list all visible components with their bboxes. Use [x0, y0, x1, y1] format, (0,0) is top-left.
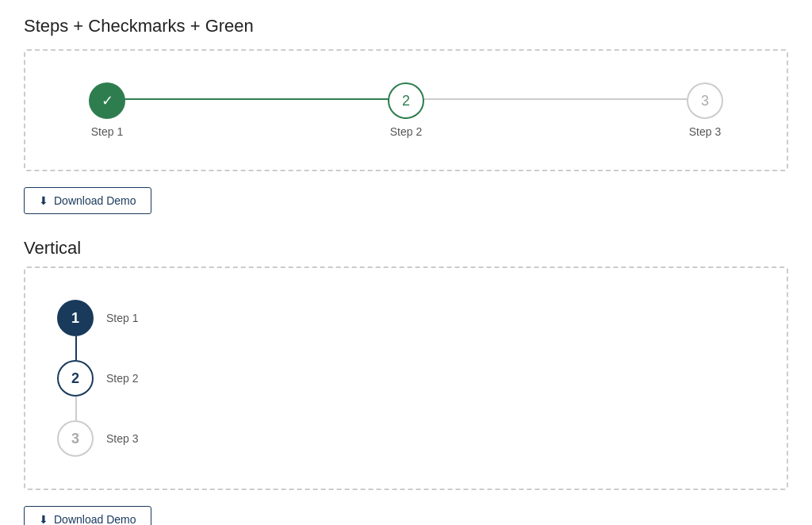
step-2-circle: 2	[388, 82, 424, 119]
stepper-vertical: 1 Step 1 2 Step 2 3 Step 3	[41, 292, 771, 465]
section1-title: Steps + Checkmarks + Green	[24, 16, 788, 36]
download-btn-label-2: Download Demo	[54, 513, 136, 525]
step-v1-circle: 1	[57, 300, 94, 336]
step-v2-item: 2 Step 2	[57, 360, 755, 397]
step-3-wrapper: 3 Step 3	[687, 82, 723, 138]
step-line-2	[423, 98, 688, 100]
step-v3-circle: 3	[57, 420, 94, 457]
download-demo-button-1[interactable]: ⬇ Download Demo	[24, 187, 151, 214]
step-v2-number: 2	[71, 370, 79, 387]
step-v3-label: Step 3	[106, 432, 138, 445]
v-spacer-2	[57, 397, 755, 420]
step-1-wrapper: ✓ Step 1	[89, 82, 125, 138]
step-1-circle: ✓	[89, 82, 125, 119]
stepper-horizontal: ✓ Step 1 2 Step 2 3 Step 3	[41, 75, 771, 146]
step-v1-item: 1 Step 1	[57, 300, 755, 336]
step-2-number: 2	[402, 93, 410, 109]
checkmark-icon: ✓	[102, 92, 113, 109]
v-spacer-1	[57, 336, 755, 360]
step-v2-label: Step 2	[106, 372, 138, 385]
section2-title: Vertical	[24, 238, 788, 259]
step-v1-number: 1	[71, 310, 79, 327]
step-line-1	[124, 98, 389, 100]
section2-demo-box: 1 Step 1 2 Step 2 3 Step 3	[24, 266, 788, 490]
step-v1-label: Step 1	[106, 312, 138, 324]
download-btn-label-1: Download Demo	[54, 194, 136, 207]
section1-demo-box: ✓ Step 1 2 Step 2 3 Step 3	[24, 49, 788, 171]
step-3-label: Step 3	[689, 125, 721, 138]
step-2-label: Step 2	[390, 125, 422, 138]
step-v3-number: 3	[71, 431, 79, 447]
download-icon-1: ⬇	[39, 194, 48, 207]
download-icon-2: ⬇	[39, 513, 48, 525]
step-2-wrapper: 2 Step 2	[388, 82, 424, 138]
step-3-number: 3	[701, 93, 709, 109]
step-v3-item: 3 Step 3	[57, 420, 755, 457]
step-v2-circle: 2	[57, 360, 94, 397]
download-demo-button-2[interactable]: ⬇ Download Demo	[24, 506, 151, 525]
step-1-label: Step 1	[91, 125, 123, 138]
step-3-circle: 3	[687, 82, 723, 119]
